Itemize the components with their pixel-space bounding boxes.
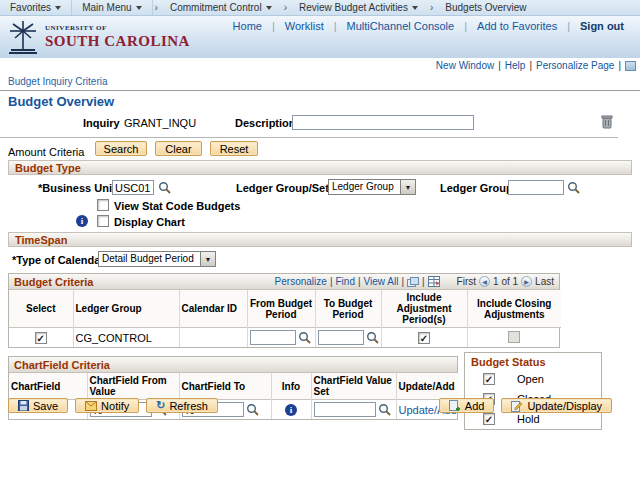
type-of-calendar-label: *Type of Calendar: [12, 254, 105, 266]
chevron-down-icon: [266, 6, 272, 10]
university-logo: UNIVERSITY OF SOUTH CAROLINA: [6, 19, 190, 55]
ledger-group-set-value: Ledger Group: [329, 180, 400, 194]
view-stat-code-checkbox[interactable]: [97, 199, 109, 211]
inquiry-value: GRANT_INQU: [124, 117, 196, 129]
description-input[interactable]: [292, 115, 474, 130]
business-unit-input[interactable]: [112, 180, 154, 195]
previous-page-icon[interactable]: ◀: [479, 276, 490, 287]
chartfield-criteria-labelbar: ChartField Criteria: [9, 357, 457, 373]
from-budget-period-input[interactable]: [250, 330, 296, 345]
search-button-label: Search: [104, 143, 139, 155]
popup-window-icon[interactable]: [407, 277, 419, 287]
refresh-button[interactable]: ↻ Refresh: [146, 398, 218, 413]
breadcrumb-favorites[interactable]: Favorites: [0, 0, 72, 15]
update-display-button[interactable]: Update/Display: [501, 398, 612, 413]
chartfield-criteria-title: ChartField Criteria: [14, 359, 110, 371]
breadcrumb-budgets-overview[interactable]: Budgets Overview: [435, 0, 536, 15]
help-link[interactable]: Help: [501, 60, 530, 71]
hold-checkbox[interactable]: [483, 413, 495, 425]
ledger-group-set-select[interactable]: Ledger Group: [328, 179, 416, 195]
toolbar-separator: |: [330, 276, 333, 287]
header-band: UNIVERSITY OF SOUTH CAROLINA Home| Workl…: [0, 16, 640, 58]
add-button[interactable]: Add: [439, 398, 495, 413]
business-unit-lookup-icon[interactable]: [158, 181, 171, 194]
save-button[interactable]: Save: [8, 398, 68, 413]
from-budget-period-lookup-icon[interactable]: [298, 331, 311, 344]
toolbar-separator: |: [358, 276, 361, 287]
nav-multichannel-console-link[interactable]: MultiChannel Console: [337, 20, 465, 32]
col-update-add: Update/Add: [396, 373, 459, 400]
col-from-budget-period: From Budget Period: [247, 290, 315, 328]
budget-type-body: *Business Unit Ledger Group/Set Ledger G…: [8, 175, 632, 232]
update-display-button-label: Update/Display: [527, 400, 602, 412]
budget-criteria-grid: Budget Criteria Personalize| Find| View …: [8, 273, 560, 348]
add-icon: [449, 400, 461, 412]
col-calendar-id: Calendar ID: [179, 290, 247, 328]
ledger-group-input[interactable]: [508, 180, 564, 195]
notify-icon: [85, 401, 97, 411]
new-window-link[interactable]: New Window: [432, 60, 498, 71]
toolbar-separator: |: [422, 276, 425, 287]
delete-trash-icon[interactable]: [601, 114, 613, 129]
amount-criteria-row: Amount Criteria Search Clear Reset: [0, 138, 640, 160]
to-budget-period-input[interactable]: [318, 330, 364, 345]
breadcrumb-separator: ›: [282, 2, 289, 13]
nav-worklist-link[interactable]: Worklist: [275, 20, 334, 32]
view-stat-code-label: View Stat Code Budgets: [114, 200, 240, 212]
display-chart-label: Display Chart: [114, 216, 185, 228]
pagination-first-label[interactable]: First: [457, 276, 476, 287]
chevron-down-icon: [412, 6, 418, 10]
nav-add-to-favorites-link[interactable]: Add to Favorites: [467, 20, 567, 32]
open-checkbox[interactable]: [483, 373, 495, 385]
amount-criteria-label: Amount Criteria: [8, 146, 84, 158]
find-link[interactable]: Find: [335, 276, 354, 287]
dropdown-arrow-icon[interactable]: [400, 180, 415, 194]
personalize-page-link[interactable]: Personalize Page: [532, 60, 618, 71]
page-content: Budget Inquiry Criteria Budget Overview …: [0, 73, 640, 434]
budget-criteria-row: CG_CONTROL: [9, 328, 561, 348]
search-button[interactable]: Search: [95, 141, 147, 156]
to-budget-period-lookup-icon[interactable]: [366, 331, 379, 344]
ledger-group-set-label: Ledger Group/Set: [236, 182, 329, 194]
type-of-calendar-select[interactable]: Detail Budget Period: [98, 251, 216, 267]
palmetto-tree-icon: [6, 19, 40, 55]
pagination-last-label[interactable]: Last: [535, 276, 554, 287]
breadcrumb-review-budget-activities[interactable]: Review Budget Activities: [289, 0, 428, 15]
breadcrumb-label: Favorites: [10, 2, 51, 13]
budget-status-title: Budget Status: [465, 353, 601, 369]
chartfield-section: ChartField Criteria ChartField ChartFiel…: [0, 356, 640, 434]
reset-button[interactable]: Reset: [210, 141, 258, 156]
col-include-closing: Include Closing Adjustments: [467, 290, 561, 328]
inquiry-row: Inquiry GRANT_INQU Description: [0, 109, 640, 137]
next-page-icon[interactable]: ▶: [521, 276, 532, 287]
personalize-link[interactable]: Personalize: [275, 276, 327, 287]
ledger-group-label: Ledger Group: [440, 182, 513, 194]
breadcrumb-commitment-control[interactable]: Commitment Control: [160, 0, 282, 15]
notify-button[interactable]: Notify: [75, 398, 139, 413]
download-to-excel-icon[interactable]: [428, 276, 440, 287]
tab-budget-inquiry-criteria[interactable]: Budget Inquiry Criteria: [0, 73, 640, 89]
timespan-header: TimeSpan: [8, 232, 632, 247]
budget-type-header: Budget Type: [8, 160, 632, 175]
ledger-group-lookup-icon[interactable]: [567, 181, 580, 194]
business-unit-label: *Business Unit: [38, 182, 116, 194]
layout-grid-icon[interactable]: [625, 61, 636, 71]
col-ledger-group: Ledger Group: [73, 290, 179, 328]
col-to-budget-period: To Budget Period: [315, 290, 381, 328]
breadcrumb: Favorites Main Menu › Commitment Control…: [0, 0, 640, 16]
view-all-link[interactable]: View All: [364, 276, 399, 287]
display-chart-info-icon[interactable]: [76, 215, 88, 227]
budget-overview-screen: Favorites Main Menu › Commitment Control…: [0, 0, 640, 480]
include-adjustment-checkbox[interactable]: [418, 332, 430, 344]
clear-button[interactable]: Clear: [155, 141, 202, 156]
include-closing-checkbox[interactable]: [508, 331, 520, 343]
display-chart-checkbox[interactable]: [97, 215, 109, 227]
chevron-down-icon: [136, 6, 142, 10]
row-select-checkbox[interactable]: [35, 332, 47, 344]
breadcrumb-main-menu[interactable]: Main Menu: [72, 0, 152, 15]
dropdown-arrow-icon[interactable]: [200, 252, 215, 266]
nav-home-link[interactable]: Home: [223, 20, 272, 32]
hold-label: Hold: [517, 413, 540, 425]
logo-line2: SOUTH CAROLINA: [45, 33, 190, 50]
nav-sign-out-link[interactable]: Sign out: [570, 20, 634, 32]
